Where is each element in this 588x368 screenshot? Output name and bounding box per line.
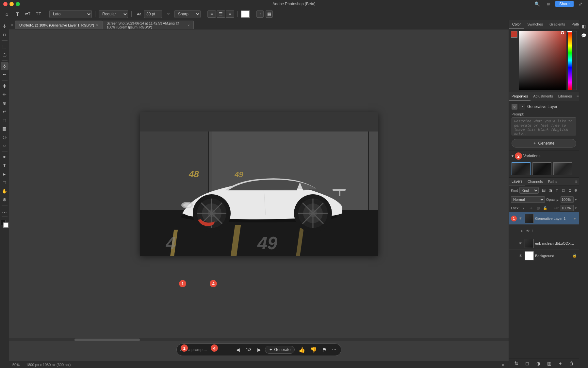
tab-untitled[interactable]: Untitled-1 @ 100% (Generative Layer 1, R… — [15, 21, 102, 29]
arrange-icon[interactable]: ⊞ — [544, 0, 553, 8]
zoom-tool[interactable]: ⊕ — [1, 196, 8, 203]
align-center-btn[interactable]: ☰ — [217, 10, 225, 18]
hue-cursor[interactable] — [567, 31, 572, 32]
crop-tool[interactable]: ⊹ — [1, 62, 8, 70]
tab-adjustments[interactable]: Adjustments — [531, 92, 556, 101]
opacity-input[interactable] — [561, 196, 574, 203]
layer-background[interactable]: 👁 Background 🔒 — [509, 250, 579, 262]
filter-smart-btn[interactable]: ⊙ — [567, 187, 573, 193]
expand-icon[interactable]: ⤢ — [576, 0, 585, 8]
layer-1-expand[interactable]: ▸ — [573, 217, 577, 220]
layer-generative-1[interactable]: 1 👁 Generative Layer 1 ▸ — [509, 212, 579, 225]
text-color-swatch[interactable] — [241, 10, 250, 18]
layer-car-visibility[interactable]: 👁 — [518, 241, 523, 246]
filter-pixel-btn[interactable]: ▤ — [541, 187, 547, 193]
tab-properties[interactable]: Properties — [509, 92, 531, 101]
add-fx-btn[interactable]: fx — [513, 360, 520, 367]
hue-slider[interactable] — [568, 31, 572, 90]
sublayer-visibility[interactable]: 👁 — [525, 228, 531, 234]
window-controls[interactable] — [3, 2, 20, 6]
marquee-tool[interactable]: ⬚ — [1, 42, 8, 50]
variations-chevron-icon[interactable]: ▾ — [512, 154, 514, 158]
horizontal-scrollbar[interactable] — [9, 338, 509, 341]
filter-shape-btn[interactable]: □ — [561, 187, 566, 193]
artboard-tool[interactable]: ⊟ — [1, 31, 8, 39]
more-tools-btn[interactable]: … — [1, 207, 8, 215]
add-mask-btn[interactable]: ◻ — [524, 360, 531, 367]
panel-generate-button[interactable]: ✦ Generate — [512, 139, 576, 148]
flag-btn[interactable]: ⚑ — [321, 346, 328, 354]
properties-sidebar-btn[interactable]: ◧ — [580, 22, 588, 30]
font-family-select[interactable]: Lato — [49, 10, 92, 18]
new-fill-btn[interactable]: ◑ — [535, 360, 542, 367]
font-style-select[interactable]: Regular — [99, 10, 128, 18]
kind-filter-select[interactable]: Kind — [519, 187, 539, 194]
lasso-tool[interactable]: ◌ — [1, 51, 8, 59]
eraser-tool[interactable]: ◻ — [1, 116, 8, 124]
align-right-btn[interactable]: ≡ — [226, 10, 234, 18]
pen-tool[interactable]: ✒ — [1, 153, 8, 161]
more-options-btn[interactable]: ··· — [331, 346, 337, 353]
prompt-textarea[interactable] — [512, 117, 576, 135]
tab-layers[interactable]: Layers — [509, 178, 525, 185]
clone-tool[interactable]: ⊕ — [1, 99, 8, 107]
font-size-input[interactable] — [144, 10, 162, 18]
close-button[interactable] — [3, 2, 8, 6]
tab-swatches[interactable]: Swatches — [524, 20, 546, 29]
prev-variation-btn[interactable]: ◀ — [235, 346, 241, 353]
fill-input[interactable] — [561, 205, 574, 211]
warp-text-btn[interactable]: ⌇ — [256, 10, 264, 18]
canvas-wrapper[interactable]: 48 49 4 49 1 4 — [9, 29, 509, 338]
new-layer-btn[interactable]: + — [557, 360, 564, 367]
color-boxes[interactable] — [1, 220, 8, 228]
anti-alias-select[interactable]: Sharp — [174, 10, 201, 18]
text-tool[interactable]: T — [1, 162, 8, 169]
opacity-chevron[interactable]: ▾ — [575, 198, 577, 202]
variation-thumb-1[interactable] — [512, 162, 531, 175]
opacity-slider[interactable] — [573, 31, 577, 90]
eyedropper-tool[interactable]: ✒ — [1, 71, 8, 79]
lock-all-btn[interactable]: 🔒 — [542, 205, 548, 211]
scrollbar-thumb[interactable] — [74, 339, 140, 341]
layer-bg-visibility[interactable]: 👁 — [518, 253, 523, 258]
color-cursor[interactable] — [561, 31, 564, 34]
tab-untitled-close[interactable]: × — [96, 23, 98, 27]
expand-icon[interactable]: ► — [502, 363, 505, 367]
search-icon[interactable]: 🔍 — [533, 0, 542, 8]
fill-chevron[interactable]: ▾ — [575, 206, 577, 210]
hand-tool[interactable]: ✋ — [1, 187, 8, 195]
lock-pixel-btn[interactable]: / — [521, 205, 527, 211]
filter-adjust-btn[interactable]: ◑ — [548, 187, 553, 193]
tab-screenshot[interactable]: Screen Shot 2023-06-14 at 11.42.53 AM.pn… — [102, 21, 194, 29]
generate-button[interactable]: ✦ Generate — [265, 346, 295, 354]
layer-1-visibility[interactable]: 👁 — [518, 216, 523, 221]
share-button[interactable]: Share — [555, 1, 574, 7]
thumbs-up-btn[interactable]: 👍 — [297, 346, 306, 354]
tab-libraries[interactable]: Libraries — [556, 92, 575, 101]
delete-layer-btn[interactable]: 🗑 — [568, 360, 575, 367]
background-color[interactable] — [3, 222, 8, 228]
move-tool[interactable]: ✛ — [1, 22, 8, 30]
blend-mode-select[interactable]: Normal — [511, 196, 545, 203]
layers-panel-menu[interactable]: ≡ — [574, 179, 579, 184]
prompt-input[interactable] — [180, 347, 232, 352]
healing-tool[interactable]: ✚ — [1, 82, 8, 90]
select-tool[interactable]: ▸ — [1, 170, 8, 178]
comments-sidebar-btn[interactable]: 💬 — [580, 31, 588, 39]
maximize-button[interactable] — [16, 2, 20, 6]
filter-type-btn[interactable]: T — [554, 187, 560, 193]
layer-sublayer-1[interactable]: ▸ 👁 1 — [509, 225, 579, 237]
brush-tool[interactable]: ✏ — [1, 91, 8, 98]
text-size-icon[interactable]: ⊤T — [34, 10, 42, 18]
minimize-button[interactable] — [9, 2, 14, 6]
home-icon[interactable]: ⌂ — [3, 10, 11, 18]
new-group-btn[interactable]: ▥ — [546, 360, 553, 367]
variation-thumb-2[interactable] — [532, 162, 551, 175]
next-variation-btn[interactable]: ▶ — [256, 346, 262, 353]
shape-tool[interactable]: □ — [1, 179, 8, 186]
variation-thumb-3[interactable] — [553, 162, 572, 175]
layer-car[interactable]: 👁 erik-mclean-dbLgODXOPgo-unsplash — [509, 237, 579, 250]
thumbs-down-btn[interactable]: 👎 — [309, 346, 318, 354]
tab-screenshot-close[interactable]: × — [188, 23, 189, 27]
text-orient-icon[interactable]: ⇌T — [24, 10, 32, 18]
